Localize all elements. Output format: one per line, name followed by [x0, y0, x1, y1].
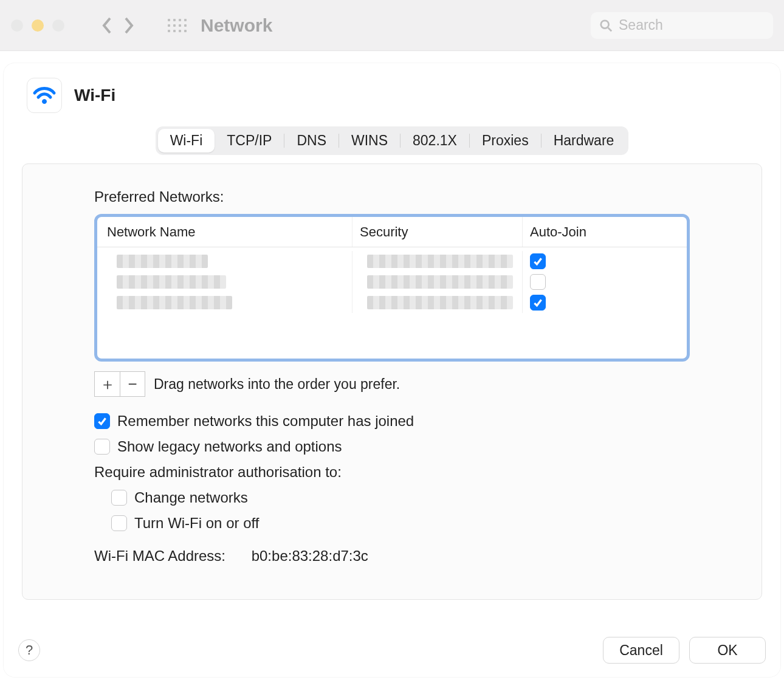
search-icon	[599, 19, 613, 32]
svg-point-0	[601, 20, 609, 28]
autojoin-checkbox[interactable]	[530, 295, 546, 311]
show-legacy-checkbox[interactable]	[94, 439, 110, 455]
require-admin-label: Require administrator authorisation to:	[94, 464, 690, 481]
security-redacted	[367, 275, 513, 289]
col-auto-join[interactable]: Auto-Join	[530, 224, 586, 240]
minimize-window-button[interactable]	[32, 19, 44, 32]
back-button[interactable]	[101, 16, 113, 35]
network-name-redacted	[117, 296, 232, 309]
autojoin-checkbox[interactable]	[530, 274, 546, 290]
show-all-icon[interactable]	[167, 15, 187, 36]
window-title: Network	[201, 15, 272, 36]
preferred-networks-label: Preferred Networks:	[94, 188, 690, 205]
mac-address-row: Wi-Fi MAC Address: b0:be:83:28:d7:3c	[94, 548, 690, 565]
wifi-panel: Preferred Networks: Network Name Securit…	[22, 163, 762, 600]
window-controls	[11, 19, 64, 32]
show-legacy-label: Show legacy networks and options	[117, 438, 342, 455]
add-network-button[interactable]: ＋	[94, 371, 120, 397]
toggle-wifi-label: Turn Wi-Fi on or off	[134, 515, 259, 532]
close-window-button[interactable]	[11, 19, 23, 32]
security-redacted	[367, 296, 513, 309]
sheet-footer: ? Cancel OK	[18, 637, 766, 664]
help-button[interactable]: ?	[18, 639, 40, 661]
table-row[interactable]	[97, 292, 687, 313]
table-row[interactable]	[97, 272, 687, 292]
tab-proxies[interactable]: Proxies	[470, 129, 541, 153]
search-field[interactable]: Search	[591, 12, 773, 39]
preferred-networks-table[interactable]: Network Name Security Auto-Join	[94, 214, 690, 362]
remove-network-button[interactable]: −	[120, 371, 145, 397]
svg-point-2	[43, 100, 47, 104]
remember-networks-checkbox[interactable]	[94, 413, 110, 429]
drag-hint: Drag networks into the order you prefer.	[154, 376, 400, 393]
zoom-window-button[interactable]	[52, 19, 64, 32]
svg-line-1	[608, 27, 612, 30]
table-header: Network Name Security Auto-Join	[97, 217, 687, 247]
search-placeholder: Search	[619, 17, 663, 33]
cancel-button[interactable]: Cancel	[603, 637, 679, 664]
wifi-icon	[27, 78, 62, 113]
tab-wifi[interactable]: Wi-Fi	[158, 129, 215, 153]
tab-8021x[interactable]: 802.1X	[401, 129, 469, 153]
change-networks-checkbox[interactable]	[111, 490, 127, 506]
col-security[interactable]: Security	[360, 224, 408, 240]
toolbar: Network Search	[0, 0, 784, 51]
network-name-redacted	[117, 275, 226, 289]
tab-dns[interactable]: DNS	[284, 129, 339, 153]
tab-hardware[interactable]: Hardware	[542, 129, 627, 153]
wifi-advanced-sheet: Wi-Fi Wi-Fi TCP/IP DNS WINS 802.1X Proxi…	[4, 63, 780, 677]
mac-value: b0:be:83:28:d7:3c	[252, 548, 368, 564]
tab-bar: Wi-Fi TCP/IP DNS WINS 802.1X Proxies Har…	[156, 126, 629, 155]
forward-button[interactable]	[123, 16, 135, 35]
autojoin-checkbox[interactable]	[530, 253, 546, 269]
tab-wins[interactable]: WINS	[339, 129, 400, 153]
ok-button[interactable]: OK	[689, 637, 766, 664]
security-redacted	[367, 255, 513, 268]
mac-label: Wi-Fi MAC Address:	[94, 548, 247, 565]
sheet-title: Wi-Fi	[74, 86, 115, 105]
network-name-redacted	[117, 255, 208, 268]
table-row[interactable]	[97, 251, 687, 272]
tab-tcpip[interactable]: TCP/IP	[215, 129, 284, 153]
col-network-name[interactable]: Network Name	[107, 224, 195, 240]
change-networks-label: Change networks	[134, 489, 248, 506]
toggle-wifi-checkbox[interactable]	[111, 515, 127, 531]
remember-networks-label: Remember networks this computer has join…	[117, 413, 414, 430]
